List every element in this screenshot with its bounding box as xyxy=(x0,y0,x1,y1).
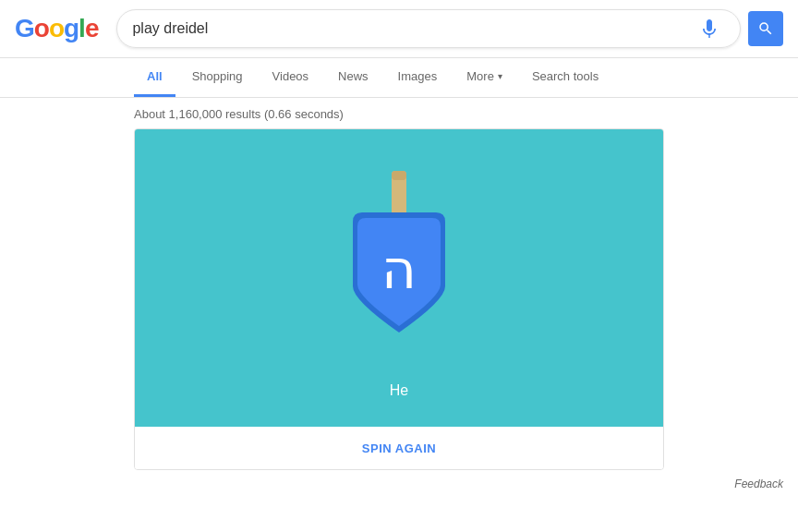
logo[interactable]: Google xyxy=(15,14,98,43)
dreidel-letter-label: He xyxy=(390,382,408,399)
dreidel-container: ה He xyxy=(325,166,473,399)
search-icon xyxy=(757,20,774,37)
logo-letter-l: l xyxy=(79,14,85,42)
tab-videos[interactable]: Videos xyxy=(260,58,322,97)
tab-more[interactable]: More ▾ xyxy=(453,58,515,97)
tab-search-tools[interactable]: Search tools xyxy=(519,58,611,97)
svg-text:ה: ה xyxy=(381,240,417,300)
dreidel-display: ה He xyxy=(135,129,663,427)
chevron-down-icon: ▾ xyxy=(498,71,502,81)
search-button[interactable] xyxy=(748,11,783,46)
spin-again-button[interactable]: SPIN AGAIN xyxy=(362,441,436,455)
dreidel-svg: ה xyxy=(325,166,473,369)
feedback-link[interactable]: Feedback xyxy=(734,478,783,490)
tab-images[interactable]: Images xyxy=(385,58,451,97)
feedback-bar: Feedback xyxy=(0,470,798,498)
logo-letter-g2: g xyxy=(64,14,79,42)
header: Google play dreidel xyxy=(0,0,798,58)
logo-letter-e: e xyxy=(85,14,99,42)
logo-letter-g: G xyxy=(15,14,34,42)
spin-again-bar[interactable]: SPIN AGAIN xyxy=(135,427,663,469)
search-input[interactable]: play dreidel xyxy=(132,20,694,37)
mic-button[interactable] xyxy=(694,18,725,40)
tab-shopping[interactable]: Shopping xyxy=(179,58,256,97)
nav-tabs: All Shopping Videos News Images More ▾ S… xyxy=(0,58,798,98)
dreidel-widget: ה He SPIN AGAIN xyxy=(134,128,664,470)
results-count: About 1,160,000 results (0.66 seconds) xyxy=(0,98,798,128)
mic-icon xyxy=(701,18,718,40)
logo-letter-o1: o xyxy=(34,14,49,42)
svg-rect-1 xyxy=(392,171,406,180)
tab-news[interactable]: News xyxy=(325,58,381,97)
logo-letter-o2: o xyxy=(49,14,64,42)
tab-all[interactable]: All xyxy=(134,58,175,97)
search-bar: play dreidel xyxy=(116,9,741,48)
